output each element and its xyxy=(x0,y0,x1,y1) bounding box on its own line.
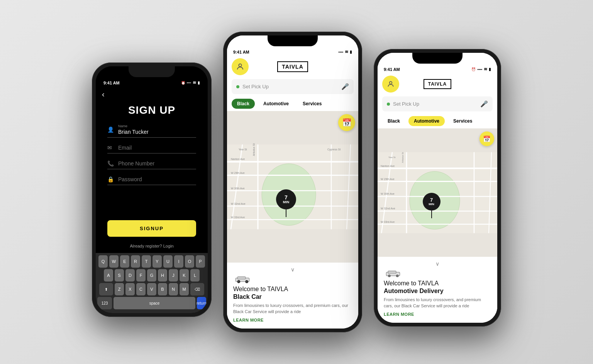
welcome-title-2: Welcome to TAIVLA xyxy=(233,286,352,293)
back-button[interactable]: ‹ xyxy=(96,88,208,100)
map-area-2: Nanton Ave W 29th Ave W 30th Ave W 32nd … xyxy=(227,111,358,263)
status-icons-1: ⏰ ▪▪▪▪ ≋ ▮ xyxy=(181,80,200,85)
key-v[interactable]: V xyxy=(147,283,156,295)
key-b[interactable]: B xyxy=(158,283,167,295)
service-title-2: Black Car xyxy=(233,293,352,300)
calendar-button-2[interactable]: 📅 xyxy=(338,114,355,131)
learn-more-3[interactable]: LEARN MORE xyxy=(384,312,491,317)
svg-rect-21 xyxy=(237,277,246,279)
tab-black-3[interactable]: Black xyxy=(382,116,405,126)
service-tabs-2: Black Automotive Services xyxy=(227,96,358,111)
svg-point-25 xyxy=(246,281,247,282)
svg-text:W 30th Ave: W 30th Ave xyxy=(231,187,245,190)
signup-title: SIGN UP xyxy=(96,104,208,116)
key-d[interactable]: D xyxy=(125,269,135,281)
key-return[interactable]: return xyxy=(197,297,206,309)
email-field[interactable]: ✉ Email xyxy=(107,145,196,153)
mic-icon-3[interactable]: 🎤 xyxy=(480,100,488,108)
person-icon: 👤 xyxy=(107,126,114,133)
key-r[interactable]: R xyxy=(131,255,140,268)
notch-1 xyxy=(129,66,175,77)
svg-text:Yew St: Yew St xyxy=(388,156,396,158)
calendar-button-3[interactable]: 📅 xyxy=(479,131,494,146)
map-pin-2: 7 MIN xyxy=(276,189,296,217)
tab-services-2[interactable]: Services xyxy=(297,99,327,109)
mic-icon-2[interactable]: 🎤 xyxy=(341,83,349,90)
battery-icon-1: ▮ xyxy=(198,81,200,85)
profile-button-2[interactable] xyxy=(232,58,249,75)
phone-icon: 📞 xyxy=(107,160,114,167)
key-p[interactable]: P xyxy=(196,255,205,268)
key-i[interactable]: I xyxy=(174,255,183,268)
pickup-bar-3[interactable]: Set Pick Up 🎤 xyxy=(382,96,493,111)
signup-form: 👤 Name Brian Tucker ✉ Email 📞 xyxy=(96,124,208,216)
key-e[interactable]: E xyxy=(120,255,129,268)
key-h[interactable]: H xyxy=(158,269,167,281)
svg-text:W 33rd Ave: W 33rd Ave xyxy=(231,216,245,219)
key-x[interactable]: X xyxy=(125,283,135,295)
key-m[interactable]: M xyxy=(180,283,189,295)
chevron-down-3[interactable]: ∨ xyxy=(384,261,491,267)
learn-more-2[interactable]: LEARN MORE xyxy=(233,318,352,322)
tab-automotive-2[interactable]: Automotive xyxy=(258,99,294,109)
key-j[interactable]: J xyxy=(169,269,178,281)
name-field[interactable]: 👤 Name Brian Tucker xyxy=(107,124,196,138)
battery-icon-3: ▮ xyxy=(489,67,491,71)
map-screen-black: 9:41 AM ▪▪▪▪ ≋ ▮ xyxy=(227,35,358,329)
tab-automotive-3[interactable]: Automotive xyxy=(408,116,445,126)
key-k[interactable]: K xyxy=(180,269,189,281)
key-y[interactable]: Y xyxy=(152,255,162,268)
key-w[interactable]: W xyxy=(109,255,119,268)
chevron-down-2[interactable]: ∨ xyxy=(233,266,352,273)
svg-text:W 32nd Ave: W 32nd Ave xyxy=(231,202,246,205)
service-tabs-3: Black Automotive Services xyxy=(378,114,497,128)
svg-text:W 29th Ave: W 29th Ave xyxy=(231,172,245,174)
login-link[interactable]: Already register? Login xyxy=(96,244,208,248)
battery-icon-2: ▮ xyxy=(350,50,352,54)
name-value[interactable]: Brian Tucker xyxy=(118,129,149,135)
key-123[interactable]: 123 xyxy=(97,297,112,309)
name-label: Name xyxy=(118,124,149,128)
keyboard-row-4: 123 space return xyxy=(97,297,206,309)
key-c[interactable]: C xyxy=(136,283,146,295)
key-z[interactable]: Z xyxy=(115,283,124,295)
profile-button-3[interactable] xyxy=(382,76,399,93)
logo-3: TAIVLA xyxy=(424,79,451,89)
pin-unit-3: MIN xyxy=(429,203,434,206)
pin-line-3 xyxy=(431,211,432,218)
pickup-bar-2[interactable]: Set Pick Up 🎤 xyxy=(232,79,354,94)
key-space[interactable]: space xyxy=(114,297,195,309)
phone-field[interactable]: 📞 Phone Number xyxy=(107,160,196,169)
key-f[interactable]: F xyxy=(136,269,146,281)
key-s[interactable]: S xyxy=(115,269,124,281)
pickup-dot-2 xyxy=(236,85,239,88)
status-icons-2: ▪▪▪▪ ≋ ▮ xyxy=(338,49,352,54)
key-o[interactable]: O xyxy=(185,255,194,268)
pickup-text-3: Set Pick Up xyxy=(393,101,477,107)
svg-text:Arbutus St: Arbutus St xyxy=(252,143,255,156)
email-icon: ✉ xyxy=(107,145,114,151)
key-n[interactable]: N xyxy=(169,283,178,295)
signal-icon-3: ▪▪▪▪ xyxy=(477,67,482,71)
key-l[interactable]: L xyxy=(190,269,200,281)
key-g[interactable]: G xyxy=(147,269,156,281)
key-a[interactable]: A xyxy=(104,269,113,281)
key-shift[interactable]: ⬆ xyxy=(99,283,113,295)
key-t[interactable]: T xyxy=(142,255,151,268)
tab-black-2[interactable]: Black xyxy=(232,99,255,109)
signup-button[interactable]: SIGNUP xyxy=(107,220,196,237)
car-icon-row-2 xyxy=(233,275,352,283)
key-delete[interactable]: ⌫ xyxy=(190,283,204,295)
key-u[interactable]: U xyxy=(163,255,173,268)
password-field[interactable]: 🔒 Password xyxy=(107,176,196,185)
pin-value-2: 7 xyxy=(285,195,288,201)
tab-services-3[interactable]: Services xyxy=(448,116,478,126)
wifi-icon-3: ≋ xyxy=(484,67,487,72)
signup-screen: 9:41 AM ⏰ ▪▪▪▪ ≋ ▮ ‹ SIGN UP 👤 xyxy=(96,66,208,313)
svg-text:W 30th Ave: W 30th Ave xyxy=(381,192,395,195)
key-q[interactable]: Q xyxy=(98,255,108,268)
svg-point-24 xyxy=(238,281,239,282)
service-title-3: Automotive Delivery xyxy=(384,288,491,295)
phone-placeholder: Phone Number xyxy=(118,160,154,167)
alarm-icon-1: ⏰ xyxy=(181,81,185,85)
